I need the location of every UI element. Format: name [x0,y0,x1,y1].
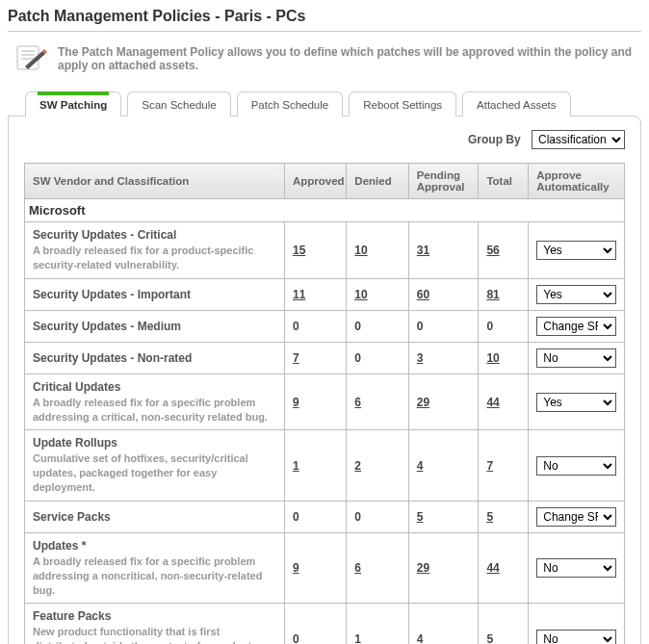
pending-count[interactable]: 60 [408,278,479,310]
groupby-label: Group By [468,133,521,146]
pending-count[interactable]: 4 [408,430,479,502]
tab-panel-sw-patching: Group By Classification SW Vendor and Cl… [8,116,641,644]
approve-auto-select[interactable]: YesNoChange SR [536,317,616,336]
approved-count[interactable]: 9 [284,374,346,430]
classification-name: Updates * [33,539,276,553]
groupby-row: Group By Classification [24,130,625,149]
table-row: Security Updates - Non-rated70310YesNoCh… [25,342,625,374]
approved-count: 0 [284,501,346,532]
approve-auto-select[interactable]: YesNoChange SR [536,348,616,368]
approved-count: 0 [284,310,346,342]
denied-count[interactable]: 10 [347,278,408,310]
approve-auto-cell: YesNoChange SR [529,532,625,604]
tab-scan-schedule[interactable]: Scan Schedule [127,91,230,116]
tab-patch-schedule[interactable]: Patch Schedule [237,91,344,116]
total-count[interactable]: 10 [479,342,529,374]
pending-count[interactable]: 29 [408,532,479,604]
denied-count[interactable]: 10 [347,222,408,279]
col-header-classification[interactable]: SW Vendor and Classification [25,164,285,199]
col-header-total[interactable]: Total [479,164,529,199]
classification-cell: Feature PacksNew product functionality t… [25,604,285,644]
approved-count[interactable]: 15 [284,222,346,279]
table-row: Security Updates - CriticalA broadly rel… [25,222,625,279]
total-count: 0 [479,310,529,342]
table-row: Security Updates - Important11106081YesN… [25,278,625,310]
classification-name: Security Updates - Critical [33,228,276,242]
total-count[interactable]: 44 [479,532,529,604]
col-header-pending[interactable]: Pending Approval [408,164,479,199]
classification-desc: A broadly released fix for a product-spe… [33,244,276,272]
classification-cell: Security Updates - CriticalA broadly rel… [25,222,285,279]
approve-auto-cell: YesNoChange SR [529,310,625,342]
table-row: Feature PacksNew product functionality t… [25,604,625,644]
vendor-row[interactable]: Microsoft [25,199,625,222]
approve-auto-cell: YesNoChange SR [529,342,625,374]
classification-name: Security Updates - Non-rated [33,351,276,365]
tab-sw-patching[interactable]: SW Patching [25,91,121,116]
col-header-denied[interactable]: Denied [347,164,408,199]
total-count[interactable]: 44 [479,374,529,430]
approve-auto-cell: YesNoChange SR [529,374,625,430]
approve-auto-select[interactable]: YesNoChange SR [536,393,616,412]
approve-auto-select[interactable]: YesNoChange SR [536,507,616,527]
classification-name: Update Rollups [33,436,276,450]
approve-auto-select[interactable]: YesNoChange SR [536,285,616,304]
tab-attached-assets[interactable]: Attached Assets [462,91,570,116]
denied-count[interactable]: 6 [347,532,408,604]
col-header-auto[interactable]: Approve Automatically [529,164,625,199]
approve-auto-cell: YesNoChange SR [529,430,625,502]
classification-cell: Security Updates - Important [25,278,285,310]
pending-count[interactable]: 4 [408,604,479,644]
table-row: Update RollupsCumulative set of hotfixes… [25,430,625,502]
classification-desc: New product functionality that is first … [33,625,276,644]
intro-text: The Patch Management Policy allows you t… [58,45,634,72]
pending-count[interactable]: 3 [408,342,479,374]
table-row: Service Packs0055YesNoChange SR [25,501,625,532]
denied-count: 0 [347,310,408,342]
classification-cell: Security Updates - Non-rated [25,342,285,374]
total-count[interactable]: 7 [479,430,529,502]
pending-count[interactable]: 31 [408,222,479,279]
total-count[interactable]: 5 [479,604,529,644]
classification-name: Feature Packs [33,609,276,623]
denied-count: 0 [347,501,408,532]
pending-count[interactable]: 5 [408,501,479,532]
approve-auto-cell: YesNoChange SR [529,501,625,532]
tab-reboot-settings[interactable]: Reboot Settings [349,91,456,116]
approve-auto-cell: YesNoChange SR [529,604,625,644]
approve-auto-select[interactable]: YesNoChange SR [536,456,616,476]
classification-table: SW Vendor and Classification Approved De… [24,163,625,644]
approve-auto-select[interactable]: YesNoChange SR [536,558,616,578]
classification-name: Critical Updates [33,380,276,394]
denied-count[interactable]: 1 [347,604,408,644]
classification-cell: Critical UpdatesA broadly released fix f… [25,374,285,430]
classification-name: Service Packs [33,510,276,524]
table-row: Critical UpdatesA broadly released fix f… [25,374,625,430]
approved-count[interactable]: 9 [284,532,346,604]
total-count[interactable]: 81 [479,278,529,310]
intro-block: The Patch Management Policy allows you t… [8,45,641,91]
groupby-select[interactable]: Classification [532,130,625,149]
classification-cell: Updates *A broadly released fix for a sp… [25,532,285,604]
approve-auto-cell: YesNoChange SR [529,222,625,279]
tab-bar: SW PatchingScan SchedulePatch ScheduleRe… [8,91,641,116]
denied-count[interactable]: 6 [347,374,408,430]
col-header-approved[interactable]: Approved [284,164,346,199]
denied-count[interactable]: 2 [347,430,408,502]
classification-desc: Cumulative set of hotfixes, security/cri… [33,451,276,495]
total-count[interactable]: 5 [479,501,529,532]
total-count[interactable]: 56 [479,222,529,279]
approve-auto-select[interactable]: YesNoChange SR [536,630,616,644]
table-row: Security Updates - Medium0000YesNoChange… [25,310,625,342]
classification-cell: Service Packs [25,501,285,532]
pending-count[interactable]: 29 [408,374,479,430]
pending-count: 0 [408,310,479,342]
classification-name: Security Updates - Important [33,288,276,301]
approve-auto-select[interactable]: YesNoChange SR [536,241,616,260]
table-row: Updates *A broadly released fix for a sp… [25,532,625,604]
approved-count[interactable]: 1 [284,430,346,502]
approved-count[interactable]: 11 [284,278,346,310]
classification-desc: A broadly released fix for a specific pr… [33,396,276,425]
approved-count[interactable]: 7 [284,342,346,374]
classification-name: Security Updates - Medium [33,320,276,333]
